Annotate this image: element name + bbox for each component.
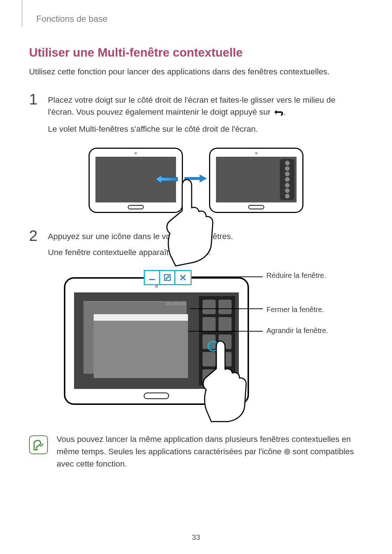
tablet-after	[209, 148, 303, 213]
note-icon	[29, 435, 48, 454]
callout-line	[190, 276, 263, 277]
breadcrumb: Fonctions de base	[36, 14, 363, 24]
maximize-icon	[160, 271, 175, 284]
callout-line	[190, 308, 263, 309]
minimize-icon	[145, 271, 160, 284]
callout-enlarge: Agrandir la fenêtre.	[266, 326, 332, 336]
callout-line	[175, 331, 263, 332]
page-number: 33	[192, 533, 200, 542]
popup-window-front	[94, 314, 188, 378]
compat-badge-icon	[284, 448, 290, 455]
note-text: Vous pouvez lancer la même application d…	[57, 433, 363, 470]
close-icon	[175, 271, 191, 284]
step-2: 2 Appuyez sur une icône dans le volet Mu…	[29, 227, 363, 262]
svg-rect-2	[33, 449, 38, 450]
step-number: 1	[29, 91, 48, 139]
swipe-arrow-icon	[155, 174, 178, 186]
window-controls	[144, 270, 192, 285]
tablet-before	[89, 148, 183, 213]
header-rule	[22, 0, 23, 27]
section-title: Utiliser une Multi-fenêtre contextuelle	[29, 46, 363, 59]
back-icon	[273, 107, 284, 119]
multiwindow-tray	[199, 296, 235, 385]
intro-paragraph: Utilisez cette fonction pour lancer des …	[29, 66, 363, 78]
step-number: 2	[29, 227, 48, 262]
callout-reduce: Réduire la fenêtre.	[266, 271, 332, 280]
transition-arrow-icon	[183, 173, 209, 184]
step-1-text: Placez votre doigt sur le côté droit de …	[48, 94, 363, 120]
figure-2: Réduire la fenêtre. Fermer la fenêtre. A…	[64, 270, 363, 419]
step-2-text-2: Une fenêtre contextuelle apparaît sur l'…	[48, 246, 363, 259]
svg-rect-0	[149, 279, 155, 280]
note-block: Vous pouvez lancer la même application d…	[29, 433, 363, 470]
window-titlebar-icons	[165, 301, 187, 306]
tablet-large	[64, 277, 249, 405]
step-1: 1 Placez votre doigt sur le côté droit d…	[29, 91, 363, 139]
step-1-text-2: Le volet Multi-fenêtres s'affiche sur le…	[48, 123, 363, 135]
callout-close: Fermer la fenêtre.	[266, 305, 324, 315]
step-2-text: Appuyez sur une icône dans le volet Mult…	[48, 230, 363, 243]
multiwindow-tray	[280, 159, 294, 200]
figure-1: Volet Multi-fenêtres	[29, 148, 363, 213]
